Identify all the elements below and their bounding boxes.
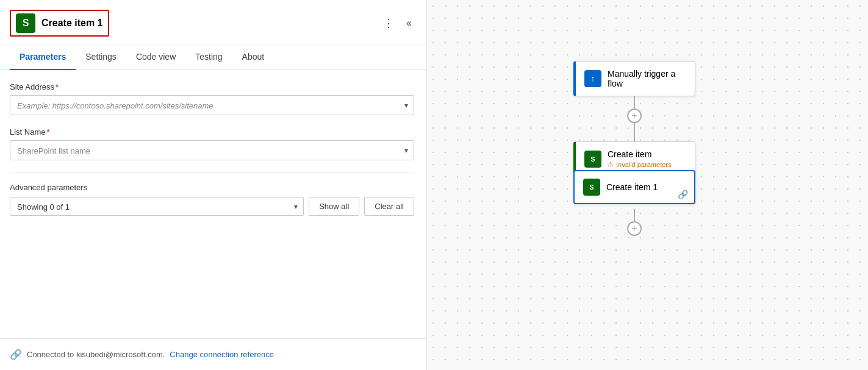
form-content: Site Address * ▾ Example: https://contos… (0, 70, 426, 338)
create-item-1-node[interactable]: S Create item 1 🔗 (573, 170, 695, 204)
tab-testing[interactable]: Testing (185, 44, 232, 70)
site-address-wrapper: ▾ Example: https://contoso.sharepoint.co… (10, 95, 414, 115)
collapse-button[interactable]: « (404, 15, 414, 31)
create-item-icon: S (584, 151, 601, 168)
tab-code-view[interactable]: Code view (126, 44, 185, 70)
chain-icon: 🔗 (10, 349, 22, 360)
site-address-label: Site Address * (10, 82, 414, 91)
arrow-line-1 (634, 123, 635, 141)
advanced-select-wrapper: Showing 0 of 1 ▾ (10, 197, 304, 216)
site-address-group: Site Address * ▾ Example: https://contos… (10, 82, 414, 115)
required-star-2: * (47, 127, 50, 137)
kebab-button[interactable]: ⋮ (381, 14, 396, 32)
tab-parameters[interactable]: Parameters (10, 44, 76, 70)
change-connection-link[interactable]: Change connection reference (170, 350, 274, 359)
connector-line-1 (634, 96, 635, 109)
required-star: * (56, 82, 59, 91)
flow-container: ↑ Manually trigger a flow + S Create ite… (512, 61, 756, 236)
add-connector-bottom[interactable]: + (627, 221, 642, 236)
sp-icon: S (16, 13, 35, 33)
create-item-1-icon: S (583, 179, 600, 196)
add-connector-1[interactable]: + (627, 109, 642, 123)
tab-about[interactable]: About (232, 44, 274, 70)
link-icon: 🔗 (678, 190, 688, 199)
create-item-content: Create item ⚠ Invalid parameters (608, 149, 672, 168)
panel-header: S Create item 1 ⋮ « (0, 0, 426, 44)
list-name-input[interactable] (10, 140, 414, 160)
footer-section: 🔗 Connected to kisubedi@microsoft.com. C… (0, 338, 426, 370)
connected-text: Connected to kisubedi@microsoft.com. (27, 350, 165, 359)
advanced-controls: Showing 0 of 1 ▾ Show all Clear all (10, 197, 414, 216)
trigger-node-text: Manually trigger a flow (608, 69, 686, 88)
create-item-1-content: Create item 1 (606, 182, 658, 192)
tab-bar: Parameters Settings Code view Testing Ab… (0, 44, 426, 70)
advanced-section: Advanced parameters Showing 0 of 1 ▾ Sho… (10, 183, 414, 216)
create-item-1-label: Create item 1 (606, 182, 658, 192)
list-name-label: List Name * (10, 127, 414, 137)
right-canvas: ↑ Manually trigger a flow + S Create ite… (427, 0, 868, 370)
panel-title: Create item 1 (41, 18, 103, 29)
left-panel: S Create item 1 ⋮ « Parameters Settings … (0, 0, 427, 370)
advanced-select[interactable] (10, 197, 304, 216)
list-name-wrapper: ▾ SharePoint list name (10, 140, 414, 160)
create-item-label: Create item (608, 149, 672, 159)
header-actions: ⋮ « (381, 14, 414, 32)
tab-settings[interactable]: Settings (76, 44, 126, 70)
trigger-label: Manually trigger a flow (608, 69, 686, 88)
trigger-icon: ↑ (584, 70, 601, 87)
error-icon: ⚠ (608, 160, 614, 168)
panel-title-group: S Create item 1 (10, 10, 109, 37)
form-divider (10, 173, 414, 173)
connection-info: 🔗 Connected to kisubedi@microsoft.com. C… (10, 349, 417, 360)
show-all-button[interactable]: Show all (309, 197, 359, 216)
create-item-error: ⚠ Invalid parameters (608, 160, 672, 168)
advanced-parameters-label: Advanced parameters (10, 183, 414, 192)
site-address-input[interactable] (10, 95, 414, 115)
list-name-group: List Name * ▾ SharePoint list name (10, 127, 414, 160)
clear-all-button[interactable]: Clear all (364, 197, 414, 216)
trigger-node[interactable]: ↑ Manually trigger a flow (573, 61, 695, 96)
connector-line-bottom (634, 209, 635, 221)
